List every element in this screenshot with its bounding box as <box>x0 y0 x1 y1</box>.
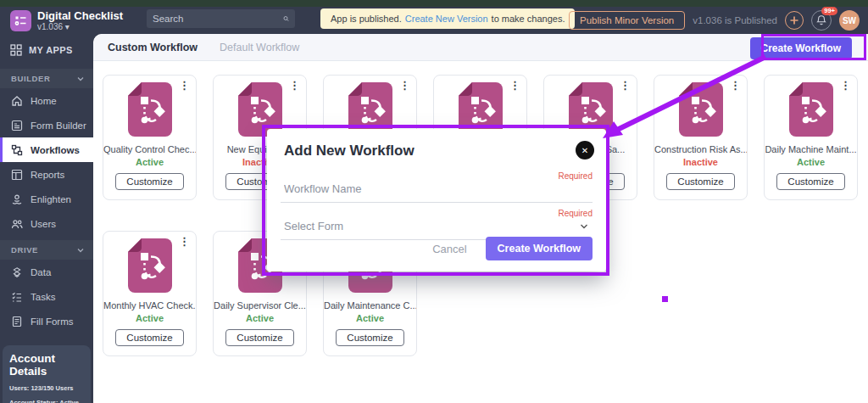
my-apps-label: MY APPS <box>29 45 73 55</box>
sidebar-item-label: Users <box>31 219 56 229</box>
sidebar-item-label: Form Builder <box>31 120 86 131</box>
sidebar-item-label: Tasks <box>31 292 55 302</box>
search-icon <box>283 14 289 24</box>
sidebar-item-label: Fill Forms <box>31 316 73 327</box>
reports-icon <box>11 169 23 181</box>
workflow-card: ⋮ Construction Risk As... Inactive Custo… <box>654 75 748 200</box>
workflow-status: Active <box>324 313 416 325</box>
plus-icon <box>788 14 800 26</box>
sidebar-section-builder[interactable]: BUILDER <box>0 69 93 88</box>
sidebar-item-label: Reports <box>31 170 64 180</box>
workflow-card: ⋮ Monthly HVAC Check... Active Customize <box>103 231 197 356</box>
tab-bar: Custom Workflow Default Workflow Create … <box>93 34 868 61</box>
kebab-menu-icon[interactable]: ⋮ <box>179 236 190 247</box>
sidebar-item-label: Data <box>31 267 51 277</box>
kebab-menu-icon[interactable]: ⋮ <box>399 80 410 91</box>
home-icon <box>11 95 23 107</box>
avatar[interactable]: SW <box>839 10 860 31</box>
workflow-doc-icon <box>789 82 833 137</box>
add-workflow-modal: Add New Workflow ✕ Required Required Sel… <box>267 129 606 271</box>
kebab-menu-icon[interactable]: ⋮ <box>179 80 190 91</box>
sidebar-item-label: Home <box>31 96 57 106</box>
account-details-card: Account Details Users: 123/150 Users Acc… <box>3 345 91 403</box>
sidebar-item-label: Workflows <box>31 145 80 155</box>
search-input[interactable] <box>147 9 295 28</box>
customize-button[interactable]: Customize <box>115 173 183 190</box>
workflow-doc-icon <box>128 238 172 293</box>
sidebar-item-workflows[interactable]: Workflows <box>0 137 93 162</box>
sidebar-item-form-builder[interactable]: Form Builder <box>0 113 93 137</box>
customize-button[interactable]: Customize <box>336 329 403 346</box>
workflow-title: Quality Control Chec... <box>103 144 196 154</box>
close-icon[interactable]: ✕ <box>576 141 594 160</box>
app-logo-icon <box>10 10 31 31</box>
customize-button[interactable]: Customize <box>776 173 844 190</box>
sidebar-item-enlighten[interactable]: Enlighten <box>0 187 93 211</box>
kebab-menu-icon[interactable]: ⋮ <box>840 80 851 91</box>
tab-custom-workflow[interactable]: Custom Workflow <box>108 42 198 53</box>
account-details-title: Account Details <box>9 352 84 378</box>
app-header: Digital Checklist v1.036 ▾ App is publis… <box>0 7 868 34</box>
banner-text-after: to make changes. <box>492 14 565 24</box>
sidebar-item-users[interactable]: Users <box>0 211 93 236</box>
app-title: Digital Checklist <box>37 10 123 22</box>
kebab-menu-icon[interactable]: ⋮ <box>289 80 300 91</box>
annotation-dot <box>662 296 668 302</box>
modal-title: Add New Workflow <box>281 129 593 160</box>
banner-text-before: App is published. <box>331 14 402 24</box>
sidebar-item-tasks[interactable]: Tasks <box>0 284 93 309</box>
sidebar-item-fill-forms[interactable]: Fill Forms <box>0 309 93 333</box>
sidebar-item-home[interactable]: Home <box>0 88 93 113</box>
app-version-dropdown[interactable]: v1.036 ▾ <box>37 22 123 31</box>
workflow-card: ⋮ Quality Control Chec... Active Customi… <box>103 75 197 200</box>
publish-minor-version-button[interactable]: Publish Minor Version <box>569 11 685 30</box>
workflow-card: ⋮ Daily Machine Maint... Active Customiz… <box>764 75 858 200</box>
chevron-down-icon <box>579 221 589 232</box>
cancel-button[interactable]: Cancel <box>432 243 466 255</box>
workflow-title: Daily Machine Maint... <box>765 144 857 154</box>
app-logo-block: Digital Checklist v1.036 ▾ <box>10 10 142 31</box>
search-field[interactable] <box>153 14 283 24</box>
customize-button[interactable]: Customize <box>115 329 183 346</box>
publish-banner: App is published. Create New Version to … <box>320 8 575 29</box>
sidebar-item-label: Enlighten <box>31 194 71 204</box>
create-new-version-link[interactable]: Create New Version <box>405 14 488 24</box>
required-label-workflow-name: Required <box>281 171 593 181</box>
workflow-title: Monthly HVAC Check... <box>103 300 196 311</box>
kebab-menu-icon[interactable]: ⋮ <box>509 80 520 91</box>
users-icon <box>11 218 23 230</box>
kebab-menu-icon[interactable]: ⋮ <box>620 80 631 91</box>
create-workflow-button[interactable]: Create Workflow <box>750 37 852 59</box>
customize-button[interactable]: Customize <box>225 329 293 346</box>
sidebar-section-drive[interactable]: DRIVE <box>0 240 93 260</box>
modal-create-workflow-button[interactable]: Create Workflow <box>486 237 593 260</box>
workflow-name-input[interactable] <box>281 181 593 203</box>
add-app-button[interactable] <box>785 11 804 30</box>
workflow-status: Active <box>103 157 196 169</box>
sidebar-item-my-apps[interactable]: MY APPS <box>0 34 93 64</box>
required-label-select-form: Required <box>281 209 593 218</box>
workflow-status: Active <box>765 157 857 169</box>
account-users-line: Users: 123/150 Users <box>9 384 84 392</box>
grid-icon <box>10 44 22 56</box>
bell-icon <box>815 14 827 26</box>
tab-default-workflow[interactable]: Default Workflow <box>220 42 299 53</box>
customize-button[interactable]: Customize <box>666 173 734 190</box>
form-builder-icon <box>11 120 23 132</box>
sidebar-item-data[interactable]: Data <box>0 260 93 284</box>
sidebar-item-reports[interactable]: Reports <box>0 162 93 187</box>
kebab-menu-icon[interactable]: ⋮ <box>730 80 741 91</box>
workflow-title: Daily Supervisor Cle... <box>214 300 306 311</box>
chevron-down-icon <box>76 75 85 83</box>
workflow-status: Active <box>214 313 306 325</box>
chevron-down-icon <box>76 246 85 255</box>
select-form-placeholder: Select Form <box>284 220 343 232</box>
workflows-icon <box>11 144 23 156</box>
workflow-doc-icon <box>679 82 723 137</box>
workflow-status: Inactive <box>654 157 747 169</box>
data-icon <box>11 266 23 278</box>
sidebar: MY APPS BUILDERHomeForm BuilderWorkflows… <box>0 34 93 403</box>
section-label: BUILDER <box>11 74 50 83</box>
workflow-status: Active <box>103 313 196 325</box>
top-strip <box>0 0 868 7</box>
